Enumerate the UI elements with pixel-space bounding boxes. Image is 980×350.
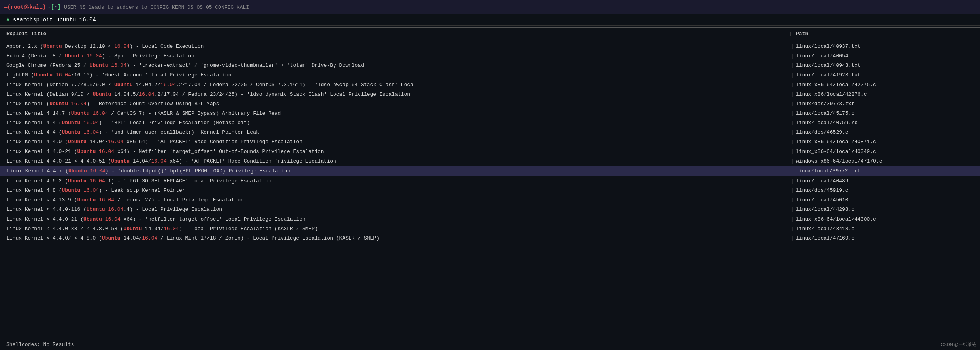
exploit-title: Linux Kernel 4.4.x (Ubuntu 16.04) - 'dou… [7, 167, 786, 175]
exploit-path: linux/dos/46529.c [796, 129, 974, 136]
top-bar: —(root㉿kali) -[~] USER NS leads to sudoe… [0, 0, 980, 14]
row-divider: | [791, 43, 792, 51]
exploit-title: Linux Kernel < 4.4.0/ < 4.8.0 (Ubuntu 14… [6, 235, 787, 242]
top-bar-command: USER NS leads to sudoers to CONFIG KERN_… [64, 4, 249, 10]
table-row: Linux Kernel 4.8 (Ubuntu 16.04) - Leak s… [0, 186, 980, 195]
exploit-title: Linux Kernel 4.4.0 (Ubuntu 14.04/16.04 x… [6, 138, 787, 146]
table-row: Apport 2.x (Ubuntu Desktop 12.10 < 16.04… [0, 42, 980, 51]
row-divider: | [791, 138, 792, 146]
row-divider: | [791, 148, 792, 156]
table-row: Linux Kernel < 4.4.0/ < 4.8.0 (Ubuntu 14… [0, 234, 980, 243]
row-divider: | [791, 196, 792, 204]
command-prompt: # [6, 17, 13, 23]
row-divider: | [791, 157, 792, 165]
row-divider: | [791, 81, 792, 89]
exploit-title: Linux Kernel 4.4 (Ubuntu 16.04) - 'BPF' … [6, 119, 787, 127]
shellcodes-label: Shellcodes: No Results [6, 342, 74, 348]
exploit-title: Linux Kernel 4.8 (Ubuntu 16.04) - Leak s… [6, 187, 787, 195]
results-area: Apport 2.x (Ubuntu Desktop 12.10 < 16.04… [0, 40, 980, 339]
table-row: Linux Kernel < 4.4.0-116 (Ubuntu 16.04.4… [0, 205, 980, 214]
exploit-path: linux/local/39772.txt [795, 167, 973, 175]
table-row: Linux Kernel (Debian 7.7/8.5/9.0 / Ubunt… [0, 80, 980, 90]
exploit-path: linux/local/45175.c [796, 110, 974, 117]
row-divider: | [791, 206, 792, 214]
exploit-path: linux/local/41923.txt [796, 71, 974, 79]
exploit-path: linux_x86-64/local/40049.c [796, 148, 974, 156]
exploit-title: Linux Kernel (Ubuntu 16.04) - Reference … [6, 100, 787, 108]
row-divider: | [791, 119, 792, 127]
row-divider: | [791, 235, 792, 242]
table-row: Linux Kernel 4.6.2 (Ubuntu 16.04.1) - 'I… [0, 176, 980, 186]
command-text: searchsploit ubuntu 16.04 [13, 17, 96, 23]
table-row: Linux Kernel (Debian 9/10 / Ubuntu 14.04… [0, 90, 980, 99]
exploit-title: Linux Kernel < 4.4.0-83 / < 4.8.0-58 (Ub… [6, 225, 787, 233]
row-divider: | [791, 187, 792, 195]
column-path: Path [792, 31, 974, 37]
exploit-path: linux_x86-64/local/42275.c [796, 81, 974, 89]
exploit-path: linux/local/40943.txt [796, 62, 974, 70]
exploit-path: linux/dos/39773.txt [796, 100, 974, 108]
table-row: LightDM (Ubuntu 16.04/16.10) - 'Guest Ac… [0, 70, 980, 80]
row-divider: | [791, 216, 792, 223]
exploit-path: linux/dos/45919.c [796, 187, 974, 195]
table-row: Linux Kernel < 4.4.0-21 (Ubuntu 16.04 x6… [0, 215, 980, 224]
watermark: CSDN @一纸荒芜 [941, 342, 976, 348]
row-divider: | [791, 100, 792, 108]
exploit-path: linux_x86-64/local/40871.c [796, 138, 974, 146]
table-row: Linux Kernel 4.4.0-21 < 4.4.0-51 (Ubuntu… [0, 157, 980, 166]
column-exploit-title: Exploit Title [6, 31, 789, 37]
exploit-title: Linux Kernel < 4.4.0-21 (Ubuntu 16.04 x6… [6, 216, 787, 223]
table-row: Linux Kernel < 4.4.0-83 / < 4.8.0-58 (Ub… [0, 224, 980, 234]
row-divider: | [791, 110, 792, 117]
exploit-title: Linux Kernel 4.4 (Ubuntu 16.04) - 'snd_t… [6, 129, 787, 136]
exploit-path: linux/local/45010.c [796, 196, 974, 204]
table-row-highlighted: Linux Kernel 4.4.x (Ubuntu 16.04) - 'dou… [0, 166, 980, 176]
row-divider: | [791, 71, 792, 79]
row-divider: | [791, 129, 792, 136]
table-row: Linux Kernel 4.4.0-21 (Ubuntu 16.04 x64)… [0, 147, 980, 157]
exploit-path: linux_x86-64/local/44300.c [796, 216, 974, 223]
exploit-title: Linux Kernel < 4.4.0-116 (Ubuntu 16.04.4… [6, 206, 787, 214]
command-line: # searchsploit ubuntu 16.04 [0, 14, 980, 26]
table-row: Linux Kernel 4.14.7 (Ubuntu 16.04 / Cent… [0, 109, 980, 118]
terminal-window: —(root㉿kali) -[~] USER NS leads to sudoe… [0, 0, 980, 350]
row-divider: | [791, 91, 792, 98]
exploit-title: Apport 2.x (Ubuntu Desktop 12.10 < 16.04… [6, 43, 787, 51]
exploit-title: Linux Kernel < 4.13.9 (Ubuntu 16.04 / Fe… [6, 196, 787, 204]
exploit-path: windows_x86-64/local/47170.c [796, 157, 974, 165]
table-row: Linux Kernel 4.4.0 (Ubuntu 14.04/16.04 x… [0, 137, 980, 147]
header-divider: | [789, 31, 792, 37]
top-prompt: —(root㉿kali) -[~] [4, 4, 61, 11]
exploit-title: Linux Kernel 4.4.0-21 (Ubuntu 16.04 x64)… [6, 148, 787, 156]
exploit-path: linux/local/40489.c [796, 177, 974, 185]
exploit-title: Linux Kernel 4.14.7 (Ubuntu 16.04 / Cent… [6, 110, 787, 117]
exploit-path: linux/local/40937.txt [796, 43, 974, 51]
exploit-title: Google Chrome (Fedora 25 / Ubuntu 16.04)… [6, 62, 787, 70]
table-row: Linux Kernel < 4.13.9 (Ubuntu 16.04 / Fe… [0, 195, 980, 205]
prompt-path-label: -[~] [47, 4, 61, 10]
row-divider: | [790, 167, 792, 175]
exploit-path: linux/local/47169.c [796, 235, 974, 242]
row-divider: | [791, 177, 792, 185]
exploit-title: Linux Kernel 4.6.2 (Ubuntu 16.04.1) - 'I… [6, 177, 787, 185]
footer: Shellcodes: No Results [0, 339, 980, 350]
exploit-title: Linux Kernel (Debian 9/10 / Ubuntu 14.04… [6, 91, 787, 98]
table-row: Linux Kernel (Ubuntu 16.04) - Reference … [0, 99, 980, 109]
row-divider: | [791, 52, 792, 60]
exploit-title: LightDM (Ubuntu 16.04/16.10) - 'Guest Ac… [6, 71, 787, 79]
exploit-title: Exim 4 (Debian 8 / Ubuntu 16.04) - Spool… [6, 52, 787, 60]
exploit-path: linux/local/43418.c [796, 225, 974, 233]
exploit-title: Linux Kernel (Debian 7.7/8.5/9.0 / Ubunt… [6, 81, 787, 89]
table-header: Exploit Title | Path [0, 27, 980, 40]
exploit-path: linux/local/40759.rb [796, 119, 974, 127]
prompt-root-icon: —(root㉿kali) [4, 4, 46, 11]
table-row: Google Chrome (Fedora 25 / Ubuntu 16.04)… [0, 61, 980, 70]
exploit-path: linux_x86/local/42276.c [796, 91, 974, 98]
table-row: Exim 4 (Debian 8 / Ubuntu 16.04) - Spool… [0, 51, 980, 61]
exploit-title: Linux Kernel 4.4.0-21 < 4.4.0-51 (Ubuntu… [6, 157, 787, 165]
row-divider: | [791, 225, 792, 233]
exploit-path: linux/local/40054.c [796, 52, 974, 60]
table-row: Linux Kernel 4.4 (Ubuntu 16.04) - 'snd_t… [0, 128, 980, 137]
row-divider: | [791, 62, 792, 70]
exploit-path: linux/local/44298.c [796, 206, 974, 214]
